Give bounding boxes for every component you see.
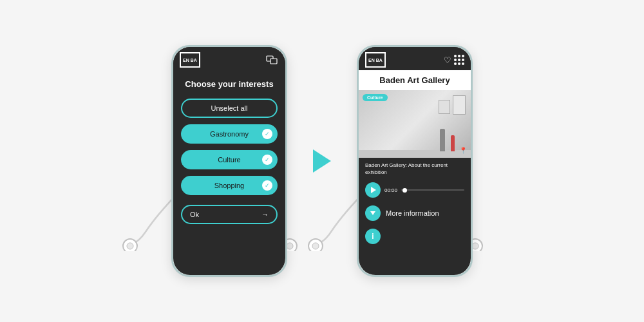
interests-title: Choose your interests (173, 70, 285, 95)
phone1: EN BA Choose your interests Unselect all (171, 45, 287, 277)
logo-text-2: EN BA (368, 58, 383, 62)
chevron-down-icon (370, 211, 375, 215)
time-display: 00:00 (384, 187, 397, 193)
wall-art-2 (439, 100, 450, 114)
figure-1 (440, 129, 445, 151)
figure-2 (451, 135, 455, 151)
progress-dot (402, 188, 407, 193)
arrow-icon: → (261, 211, 269, 218)
phone2: EN BA ♡ Baden Art Gallery (357, 45, 473, 277)
check-icon-culture: ✓ (262, 155, 272, 165)
audio-row: 00:00 (359, 178, 471, 202)
more-info-label: More information (386, 209, 439, 217)
unselect-all-btn[interactable]: Unselect all (181, 99, 278, 118)
svg-point-6 (308, 239, 323, 251)
scene: EN BA Choose your interests Unselect all (0, 0, 644, 322)
info-button[interactable]: i (365, 229, 381, 244)
culture-badge: Culture (363, 94, 388, 101)
audio-progress-bar[interactable] (401, 189, 464, 191)
phone1-header: EN BA (173, 47, 285, 70)
more-info-button[interactable] (365, 205, 381, 221)
translate-icon (265, 54, 279, 66)
check-icon-gastronomy: ✓ (262, 129, 272, 139)
gallery-title: Baden Art Gallery (359, 70, 471, 90)
header-icons-2: ♡ (444, 55, 464, 65)
gallery-image-area: Culture 📍 (359, 90, 471, 158)
culture-btn[interactable]: Culture ✓ (181, 150, 278, 169)
svg-point-7 (312, 243, 319, 249)
grid-icon[interactable] (454, 55, 464, 65)
logo-box-2: EN BA (365, 52, 386, 68)
wall-art-1 (453, 95, 466, 115)
gallery-description: Baden Art Gallery: About the current exh… (359, 158, 471, 178)
svg-point-1 (127, 243, 133, 249)
arrow-right-icon (313, 149, 331, 173)
info-icon: i (372, 232, 374, 241)
svg-rect-5 (270, 59, 277, 64)
flow-arrow (313, 149, 331, 173)
svg-point-9 (472, 243, 478, 249)
play-icon (371, 187, 376, 193)
more-info-row: More information (359, 202, 471, 225)
svg-point-0 (123, 239, 137, 251)
gastronomy-btn[interactable]: Gastronomy ✓ (181, 124, 278, 144)
logo-text-1: EN BA (183, 58, 197, 62)
phone1-wrapper: EN BA Choose your interests Unselect all (171, 45, 287, 277)
play-button[interactable] (365, 182, 381, 198)
phone2-screen: EN BA ♡ Baden Art Gallery (359, 47, 471, 275)
svg-point-3 (287, 243, 293, 249)
ok-btn[interactable]: Ok → (181, 205, 278, 224)
location-pin-icon: 📍 (459, 147, 467, 154)
heart-icon[interactable]: ♡ (444, 55, 451, 65)
phone2-wrapper: EN BA ♡ Baden Art Gallery (357, 45, 473, 277)
info-icon-row: i (359, 225, 471, 248)
phone1-screen: EN BA Choose your interests Unselect all (173, 47, 285, 275)
check-icon-shopping: ✓ (262, 180, 272, 191)
shopping-btn[interactable]: Shopping ✓ (181, 176, 278, 195)
phone2-header: EN BA ♡ (359, 47, 471, 70)
logo-box-1: EN BA (180, 52, 200, 68)
